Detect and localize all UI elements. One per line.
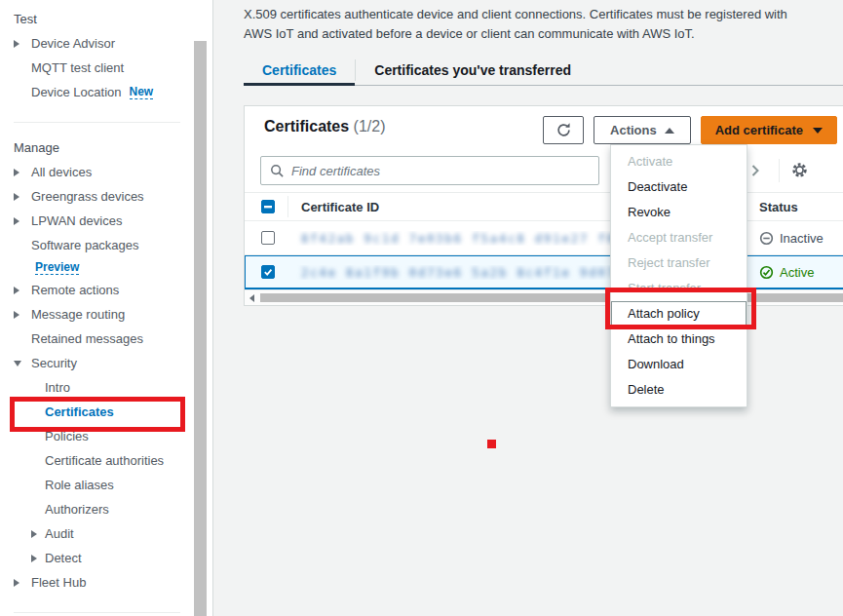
sidebar-divider — [14, 612, 180, 613]
row-checkbox-checked[interactable] — [261, 265, 275, 279]
indeterminate-icon — [263, 202, 273, 212]
sidebar-item-fleet-hub[interactable]: Fleet Hub — [0, 570, 194, 595]
scrollbar-thumb[interactable] — [194, 41, 207, 616]
new-badge[interactable]: New — [130, 85, 154, 99]
sidebar-item-software-packages-preview: Preview — [0, 257, 194, 278]
certificate-count: (1/2) — [354, 118, 386, 135]
sidebar-item-audit[interactable]: Audit — [0, 521, 194, 546]
certificate-row-selected[interactable]: 2c4e 8a1f9b 0d73e6 5a2b 8c4f1e 9d073b 6a… — [245, 255, 843, 289]
menu-item-download[interactable]: Download — [611, 352, 747, 377]
gear-icon — [790, 161, 809, 179]
chevron-right-icon — [14, 169, 31, 176]
sidebar-item-role-aliases[interactable]: Role aliases — [0, 473, 194, 497]
sidebar-item-software-packages[interactable]: Software packages — [0, 233, 194, 257]
refresh-button[interactable] — [543, 116, 584, 144]
sidebar-item-intro[interactable]: Intro — [0, 375, 194, 400]
chevron-right-icon — [14, 193, 31, 201]
sidebar-item-lpwan-devices[interactable]: LPWAN devices — [0, 209, 194, 233]
active-icon — [759, 265, 774, 280]
sidebar-item-policies[interactable]: Policies — [0, 424, 194, 448]
horizontal-scrollbar[interactable] — [245, 289, 843, 305]
pagination-divider — [779, 159, 780, 182]
panel-actions: Actions Add certificate — [543, 116, 837, 144]
tab-certificates-transferred[interactable]: Certificates you've transferred — [356, 56, 590, 85]
caret-down-icon — [813, 128, 823, 134]
sidebar-item-greengrass-devices[interactable]: Greengrass devices — [0, 184, 194, 209]
menu-item-reject-transfer: Reject transfer — [611, 250, 747, 276]
sidebar-scrollbar[interactable] — [194, 0, 207, 616]
chevron-right-icon — [749, 164, 761, 177]
menu-item-attach-policy[interactable]: Attach policy — [611, 301, 747, 327]
actions-button[interactable]: Actions — [594, 116, 691, 144]
chevron-right-icon — [14, 217, 31, 225]
sidebar-item-authorizers[interactable]: Authorizers — [0, 497, 194, 521]
add-certificate-button[interactable]: Add certificate — [701, 116, 837, 144]
chevron-right-icon — [14, 287, 31, 294]
sidebar-divider — [14, 122, 180, 123]
sidebar-item-retained-messages[interactable]: Retained messages — [0, 327, 194, 351]
actions-dropdown-menu: Activate Deactivate Revoke Accept transf… — [610, 144, 747, 407]
sidebar-item-mqtt-test-client[interactable]: MQTT test client — [0, 56, 194, 80]
sidebar-item-device-advisor[interactable]: Device Advisor — [0, 31, 194, 56]
chevron-right-icon — [14, 579, 31, 587]
select-all-checkbox[interactable] — [261, 200, 275, 213]
sidebar-item-certificates[interactable]: Certificates — [0, 400, 194, 424]
menu-item-accept-transfer: Accept transfer — [611, 225, 747, 250]
sidebar-item-message-routing[interactable]: Message routing — [0, 302, 194, 327]
scrollbar-thumb[interactable] — [260, 293, 843, 302]
annotation-red-dot — [487, 440, 496, 448]
caret-up-icon — [665, 128, 674, 134]
menu-item-start-transfer: Start transfer — [611, 276, 747, 301]
sidebar-item-all-devices[interactable]: All devices — [0, 160, 194, 184]
menu-item-attach-to-things[interactable]: Attach to things — [611, 327, 747, 352]
sidebar-section-test: Test — [0, 7, 194, 31]
column-header-status[interactable]: Status — [747, 196, 843, 217]
panel-title: Certificates (1/2) — [264, 118, 386, 135]
status-badge: Active — [747, 265, 843, 280]
sidebar-item-device-location[interactable]: Device Location New — [0, 80, 194, 104]
chevron-down-icon — [14, 361, 31, 366]
tab-certificates[interactable]: Certificates — [244, 56, 355, 85]
sidebar-item-certificate-authorities[interactable]: Certificate authorities — [0, 448, 194, 473]
status-badge: Inactive — [747, 231, 843, 246]
search-icon — [270, 164, 285, 178]
sidebar-item-detect[interactable]: Detect — [0, 546, 194, 570]
main-content: X.509 certificates authenticate device a… — [212, 0, 843, 616]
preview-badge[interactable]: Preview — [35, 260, 79, 275]
certificates-panel: Certificates (1/2) Actions — [244, 105, 843, 306]
page-description: X.509 certificates authenticate device a… — [244, 5, 815, 43]
next-page-button[interactable] — [749, 164, 761, 177]
aws-iot-console: Test Device Advisor MQTT test client Dev… — [0, 0, 843, 616]
search-input[interactable] — [291, 158, 598, 183]
menu-item-deactivate[interactable]: Deactivate — [611, 174, 747, 200]
row-checkbox[interactable] — [261, 231, 275, 245]
sidebar-item-security[interactable]: Security — [0, 351, 194, 375]
check-icon — [263, 267, 273, 277]
menu-item-activate: Activate — [611, 149, 747, 174]
menu-item-revoke[interactable]: Revoke — [611, 200, 747, 225]
search-box[interactable] — [260, 156, 599, 185]
inactive-icon — [759, 231, 774, 246]
scroll-left-arrow-icon[interactable] — [249, 294, 254, 302]
sidebar-item-remote-actions[interactable]: Remote actions — [0, 278, 194, 302]
sidebar-nav: Test Device Advisor MQTT test client Dev… — [0, 0, 194, 616]
chevron-right-icon — [31, 530, 45, 538]
chevron-right-icon — [31, 555, 45, 562]
menu-item-delete[interactable]: Delete — [611, 377, 747, 403]
panel-header: Certificates (1/2) Actions — [245, 106, 843, 149]
chevron-right-icon — [14, 40, 31, 48]
tab-bar: Certificates Certificates you've transfe… — [244, 56, 843, 86]
chevron-right-icon — [14, 311, 31, 319]
refresh-icon — [556, 122, 572, 138]
filter-row: 1 — [245, 149, 843, 192]
table-header-row: Certificate ID Status — [245, 192, 843, 221]
sidebar-section-manage: Manage — [0, 135, 194, 160]
certificate-row[interactable]: 8f42ab 9c1d 7e03b6 f5a4c8 d91e27 f0b3 a5… — [245, 221, 843, 255]
settings-button[interactable] — [790, 161, 809, 183]
